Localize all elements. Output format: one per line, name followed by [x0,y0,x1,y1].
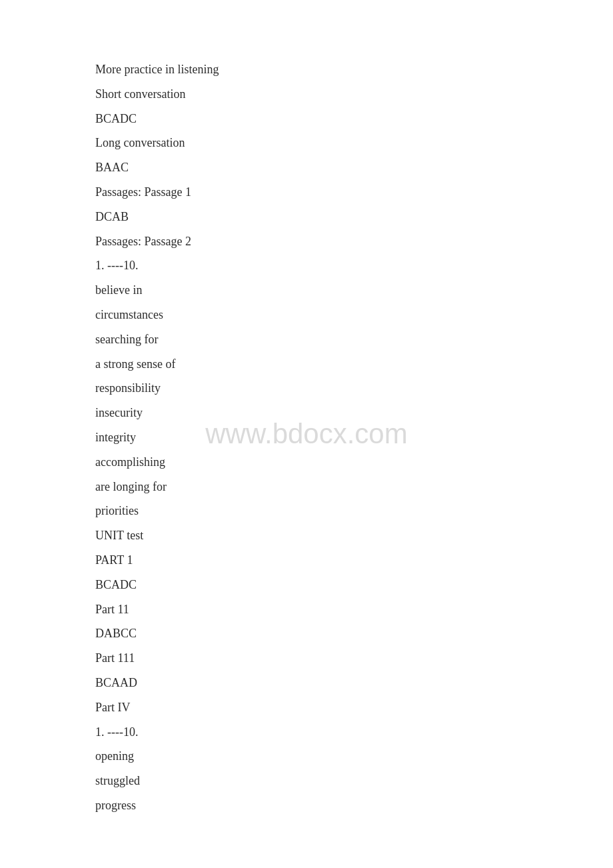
text-line: integrity [95,428,613,447]
text-line: responsibility [95,379,613,398]
text-line: Passages: Passage 1 [95,183,613,202]
text-line: More practice in listening [95,60,613,79]
text-line: accomplishing [95,453,613,472]
text-line: BCAAD [95,673,613,693]
text-line: DCAB [95,207,613,227]
text-line: Part 111 [95,649,613,668]
text-line: insecurity [95,403,613,423]
text-line: circumstances [95,305,613,325]
text-line: BAAC [95,158,613,177]
text-line: progress [95,796,613,815]
text-line: 1. ----10. [95,256,613,275]
text-line: Long conversation [95,133,613,153]
content-area: More practice in listeningShort conversa… [0,0,613,861]
text-line: searching for [95,330,613,349]
text-line: a strong sense of [95,355,613,374]
text-line: PART 1 [95,551,613,570]
text-line: opening [95,747,613,766]
text-line: believe in [95,281,613,300]
text-line: UNIT test [95,526,613,545]
text-line: BCADC [95,575,613,595]
text-line: struggled [95,771,613,791]
text-line: DABCC [95,624,613,643]
text-line: are longing for [95,477,613,497]
text-line: Part IV [95,698,613,717]
text-line: 1. ----10. [95,723,613,742]
text-line: Part 11 [95,600,613,619]
text-line: Passages: Passage 2 [95,232,613,251]
text-line: Short conversation [95,85,613,104]
text-line: BCADC [95,109,613,129]
text-line: priorities [95,501,613,521]
